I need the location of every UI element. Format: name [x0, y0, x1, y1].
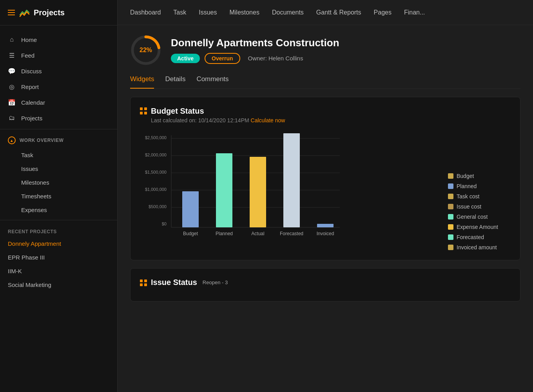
feed-icon: ☰ — [8, 51, 16, 59]
svg-rect-15 — [182, 191, 199, 227]
svg-text:$0: $0 — [162, 221, 167, 226]
sidebar-item-report[interactable]: ◎ Report — [0, 79, 117, 94]
recent-project-3[interactable]: Social Marketing — [0, 278, 117, 292]
svg-text:Planned: Planned — [216, 231, 233, 236]
svg-text:$500,000: $500,000 — [149, 204, 167, 209]
top-nav-milestones[interactable]: Milestones — [229, 7, 259, 18]
sidebar-divider — [0, 129, 117, 129]
calculate-now-link[interactable]: Calculate now — [251, 117, 285, 123]
legend-planned: Planned — [448, 183, 511, 189]
svg-text:Budget: Budget — [183, 231, 198, 236]
sidebar-divider-2 — [0, 220, 117, 220]
sidebar-item-issues[interactable]: Issues — [0, 162, 117, 176]
project-title: Donnelly Apartments Construction — [171, 37, 339, 49]
legend-forecasted: Forecasted — [448, 234, 511, 240]
work-overview-header[interactable]: ▲ WORK OVERVIEW — [0, 132, 117, 148]
recent-project-1[interactable]: EPR Phase III — [0, 250, 117, 264]
budget-card-subtitle: Last calculated on: 10/14/2020 12:14PM C… — [151, 117, 511, 123]
owner-text: Owner: Helen Collins — [248, 55, 303, 62]
last-calculated-text: Last calculated on: 10/14/2020 12:14PM — [151, 117, 249, 123]
legend-expense-amount: Expense Amount — [448, 224, 511, 230]
legend-invoiced-amount: Invoiced amount — [448, 244, 511, 250]
legend-swatch-budget — [448, 173, 453, 179]
top-nav-dashboard[interactable]: Dashboard — [130, 7, 161, 18]
recent-projects-label: RECENT PROJECTS — [0, 223, 117, 237]
discuss-icon: 💬 — [8, 67, 16, 75]
svg-rect-19 — [317, 224, 334, 227]
sidebar-item-discuss[interactable]: 💬 Discuss — [0, 63, 117, 79]
sidebar-item-task[interactable]: Task — [0, 148, 117, 162]
issue-card-header: Issue Status Reopen - 3 — [140, 278, 511, 287]
sidebar-item-projects-label: Projects — [21, 115, 42, 122]
progress-ring: 22% — [130, 34, 161, 66]
top-nav-finance[interactable]: Finan... — [404, 7, 425, 18]
budget-card-header: Budget Status — [140, 107, 511, 116]
svg-rect-18 — [283, 133, 300, 227]
sidebar-item-feed[interactable]: ☰ Feed — [0, 47, 117, 63]
legend-swatch-planned — [448, 183, 453, 189]
sidebar-item-discuss-label: Discuss — [21, 68, 42, 74]
logo-icon — [19, 7, 30, 18]
work-overview-label: WORK OVERVIEW — [20, 138, 63, 143]
project-badges: Active Overrun Owner: Helen Collins — [171, 53, 339, 64]
legend-label-forecasted: Forecasted — [457, 234, 484, 240]
svg-text:$1,500,000: $1,500,000 — [145, 170, 167, 174]
legend-swatch-general-cost — [448, 214, 453, 220]
sidebar: Projects ⌂ Home ☰ Feed 💬 Discuss ◎ Repor… — [0, 0, 118, 392]
top-nav: Dashboard Task Issues Milestones Documen… — [118, 0, 533, 25]
top-nav-pages[interactable]: Pages — [374, 7, 392, 18]
sidebar-item-milestones[interactable]: Milestones — [0, 176, 117, 189]
legend-label-expense-amount: Expense Amount — [457, 224, 498, 230]
hamburger-icon[interactable] — [8, 10, 15, 15]
svg-text:$1,000,000: $1,000,000 — [145, 187, 167, 192]
project-info: Donnelly Apartments Construction Active … — [171, 37, 339, 64]
legend-swatch-expense-amount — [448, 224, 453, 230]
work-overview-icon: ▲ — [8, 136, 16, 144]
legend-swatch-forecasted — [448, 234, 453, 240]
tab-bar: Widgets Details Comments — [130, 75, 520, 89]
badge-overrun: Overrun — [205, 53, 240, 64]
top-nav-issues[interactable]: Issues — [199, 7, 217, 18]
project-header: 22% Donnelly Apartments Construction Act… — [130, 34, 520, 66]
top-nav-documents[interactable]: Documents — [272, 7, 304, 18]
sidebar-item-calendar[interactable]: 📅 Calendar — [0, 94, 117, 110]
budget-card-title: Budget Status — [151, 107, 204, 116]
badge-active: Active — [171, 54, 200, 63]
legend-task-cost: Task cost — [448, 193, 511, 200]
legend-label-issue-cost: Issue cost — [457, 203, 481, 210]
legend-label-planned: Planned — [457, 183, 477, 189]
tab-comments[interactable]: Comments — [196, 75, 228, 89]
budget-grid-icon — [140, 107, 147, 114]
tab-widgets[interactable]: Widgets — [130, 75, 154, 89]
progress-percent: 22% — [140, 47, 152, 54]
svg-text:Invoiced: Invoiced — [317, 231, 334, 236]
svg-text:$2,000,000: $2,000,000 — [145, 152, 167, 157]
chart-area: $2,500,000 $2,000,000 $1,500,000 $1,000,… — [140, 131, 511, 250]
sidebar-item-expenses[interactable]: Expenses — [0, 203, 117, 217]
top-nav-gantt[interactable]: Gantt & Reports — [316, 7, 361, 18]
svg-text:Actual: Actual — [251, 231, 264, 236]
sidebar-item-home[interactable]: ⌂ Home — [0, 32, 117, 47]
sidebar-title: Projects — [34, 8, 65, 17]
recent-project-0[interactable]: Donnely Appartment — [0, 237, 117, 250]
recent-project-2[interactable]: IIM-K — [0, 264, 117, 278]
tab-details[interactable]: Details — [165, 75, 185, 89]
report-icon: ◎ — [8, 83, 16, 91]
projects-icon: 🗂 — [8, 114, 16, 122]
reopen-badge: Reopen - 3 — [203, 279, 228, 285]
sidebar-nav: ⌂ Home ☰ Feed 💬 Discuss ◎ Report 📅 Calen… — [0, 25, 117, 298]
budget-chart-svg: $2,500,000 $2,000,000 $1,500,000 $1,000,… — [140, 131, 344, 249]
sidebar-header: Projects — [0, 0, 117, 25]
sidebar-item-timesheets[interactable]: Timesheets — [0, 189, 117, 203]
sidebar-item-feed-label: Feed — [21, 52, 34, 59]
issue-grid-icon — [140, 279, 147, 287]
legend-label-general-cost: General cost — [457, 214, 488, 220]
legend-general-cost: General cost — [448, 214, 511, 220]
top-nav-task[interactable]: Task — [173, 7, 186, 18]
sidebar-item-calendar-label: Calendar — [21, 99, 45, 106]
legend-label-task-cost: Task cost — [457, 193, 479, 200]
legend-budget: Budget — [448, 173, 511, 179]
svg-text:Forecasted: Forecasted — [280, 231, 303, 236]
sidebar-item-projects[interactable]: 🗂 Projects — [0, 110, 117, 126]
calendar-icon: 📅 — [8, 98, 16, 106]
